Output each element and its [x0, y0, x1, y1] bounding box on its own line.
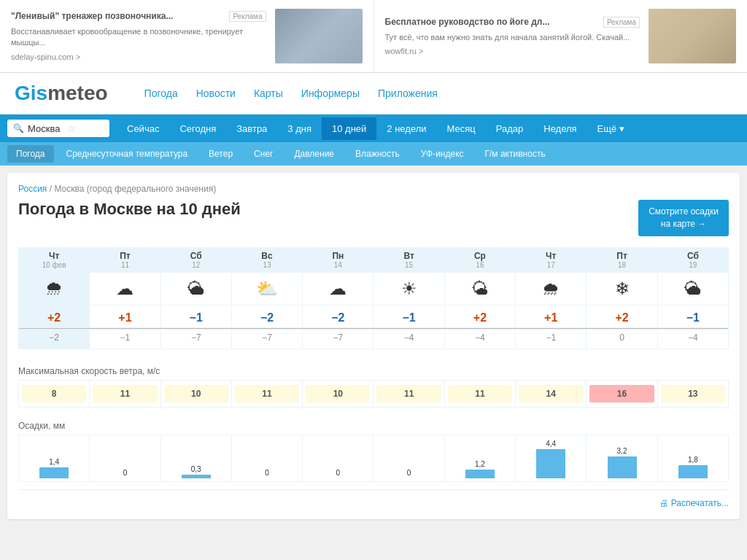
nav-karty[interactable]: Карты — [254, 88, 283, 99]
wind-cell-7: 14 — [516, 380, 587, 407]
nav-prilojeniya[interactable]: Приложения — [378, 88, 438, 99]
search-input[interactable]: Москва — [28, 123, 60, 134]
precip-cell-8: 3,2 — [587, 435, 657, 481]
precip-cell-9: 1,8 — [657, 435, 728, 481]
weather-icon-5: ☀ — [374, 272, 444, 305]
day-header-8: Пт18 — [587, 247, 657, 272]
tab-segodnya[interactable]: Сегодня — [169, 117, 226, 140]
tab-nedelya[interactable]: Неделя — [533, 117, 587, 140]
subtab-veter[interactable]: Ветер — [200, 145, 241, 163]
weather-icon-3: ⛅ — [231, 272, 302, 305]
temp-high-1: +1 — [90, 305, 160, 327]
ad-banner: Реклама "Ленивый" тренажер позвоночника.… — [0, 0, 747, 73]
temp-high-8: +2 — [587, 305, 657, 327]
temp-low-8: 0 — [587, 329, 657, 349]
weather-icon-7: 🌧 — [516, 272, 587, 305]
ad-title-1: "Ленивый" тренажер позвоночника... — [11, 11, 266, 23]
page-title-row: Погода в Москве на 10 дней Смотрите осад… — [18, 200, 729, 236]
wind-cell-5: 11 — [374, 380, 444, 407]
precip-cell-0: 1,4 — [19, 435, 90, 481]
nav-pogoda[interactable]: Погода — [144, 88, 178, 99]
day-header-6: Ср16 — [444, 247, 515, 272]
tab-mesyats[interactable]: Месяц — [437, 117, 486, 140]
temp-low-1: −1 — [90, 329, 160, 349]
ad-thumb-2 — [649, 9, 736, 63]
temp-low-9: −4 — [657, 329, 728, 349]
blue-nav: 🔍 Москва ☆ Сейчас Сегодня Завтра 3 дня 1… — [0, 114, 747, 142]
temp-high-5: −1 — [374, 305, 444, 327]
wind-cell-1: 11 — [90, 380, 160, 407]
temp-high-2: −1 — [160, 305, 231, 327]
precip-label: Осадки, мм — [18, 415, 729, 435]
print-button[interactable]: 🖨 Распечатать... — [659, 498, 729, 508]
temp-high-6: +2 — [444, 305, 515, 327]
temp-low-6: −4 — [444, 329, 515, 349]
search-box[interactable]: 🔍 Москва ☆ — [7, 120, 109, 137]
subtab-avg-temp[interactable]: Среднесуточная температура — [58, 145, 197, 163]
print-row: 🖨 Распечатать... — [18, 489, 729, 508]
day-header-5: Вт15 — [374, 247, 444, 272]
main-nav: Погода Новости Карты Информеры Приложени… — [144, 88, 438, 99]
tab-10-dney[interactable]: 10 дней — [322, 117, 376, 140]
tab-radar[interactable]: Радар — [486, 117, 534, 140]
precip-cell-6: 1,2 — [444, 435, 515, 481]
subtab-uf[interactable]: УФ-индекс — [412, 145, 473, 163]
breadcrumb-russia[interactable]: Россия — [18, 184, 47, 194]
temp-low-3: −7 — [231, 329, 302, 349]
temp-low-5: −4 — [374, 329, 444, 349]
wind-cell-2: 10 — [160, 380, 231, 407]
precip-cell-2: 0,3 — [160, 435, 231, 481]
weather-icon-8: ❄ — [587, 272, 657, 305]
wind-cell-3: 11 — [231, 380, 302, 407]
weather-icon-4: ☁ — [303, 272, 374, 305]
precip-table: 1,4 0 0,3 0 0 0 1,2 — [18, 435, 729, 482]
ad-title-2: Бесплатное руководство по йоге дл... — [385, 17, 640, 28]
temp-high-4: −2 — [303, 305, 374, 327]
precip-cell-4: 0 — [303, 435, 374, 481]
logo[interactable]: Gismeteo — [15, 82, 108, 105]
wind-cell-9: 13 — [657, 380, 728, 407]
wind-cell-0: 8 — [19, 380, 90, 407]
subtab-pogoda[interactable]: Погода — [7, 145, 54, 163]
radar-button[interactable]: Смотрите осадкина карте → — [638, 200, 729, 236]
tab-seychas[interactable]: Сейчас — [117, 117, 169, 140]
ad-desc-1: Восстанавливает кровообращение в позвоно… — [11, 26, 266, 49]
ad-desc-2: Тут всё, что вам нужно знать для начала … — [385, 32, 640, 43]
subtab-vlajnost[interactable]: Влажность — [347, 145, 409, 163]
tab-more[interactable]: Ещё ▾ — [587, 117, 635, 140]
tab-zavtra[interactable]: Завтра — [226, 117, 277, 140]
breadcrumb-moscow: Москва (город федерального значения) — [54, 184, 216, 194]
subtab-davlenie[interactable]: Давление — [285, 145, 343, 163]
weather-icon-6: 🌤 — [444, 272, 515, 305]
wind-label: Максимальная скорость ветра, м/с — [18, 360, 729, 380]
temp-low-2: −7 — [160, 329, 231, 349]
ad-link-1: sdelay-spinu.com > — [11, 52, 266, 61]
subtab-gm[interactable]: Г/м активность — [476, 145, 554, 163]
breadcrumb: Россия / Москва (город федерального знач… — [18, 184, 729, 194]
day-header-2: Сб12 — [160, 247, 231, 272]
favorite-icon[interactable]: ☆ — [67, 122, 77, 134]
time-nav-tabs: Сейчас Сегодня Завтра 3 дня 10 дней 2 не… — [117, 117, 635, 140]
tab-2-nedeli[interactable]: 2 недели — [376, 117, 436, 140]
precip-cell-3: 0 — [231, 435, 302, 481]
ad-label-2: Реклама — [603, 17, 640, 28]
ad-item-1[interactable]: Реклама "Ленивый" тренажер позвоночника.… — [0, 0, 374, 72]
temp-high-0: +2 — [19, 305, 90, 327]
nav-informery[interactable]: Информеры — [301, 88, 360, 99]
ad-item-2[interactable]: Реклама Бесплатное руководство по йоге д… — [374, 0, 748, 72]
wind-cell-8: 16 — [587, 380, 657, 407]
ad-label-1: Реклама — [229, 11, 266, 22]
day-header-0: Чт10 фев — [19, 247, 90, 272]
temp-low-0: −2 — [19, 329, 90, 349]
main-content: Россия / Москва (город федерального знач… — [7, 173, 740, 519]
tab-3-dnya[interactable]: 3 дня — [277, 117, 322, 140]
day-header-7: Чт17 — [516, 247, 587, 272]
wind-table: 8111011101111141613 — [18, 380, 729, 408]
subtab-sneg[interactable]: Снег — [245, 145, 282, 163]
logo-meteo: meteo — [47, 82, 107, 105]
nav-novosti[interactable]: Новости — [196, 88, 236, 99]
page-title: Погода в Москве на 10 дней — [18, 200, 241, 219]
temp-low-7: −1 — [516, 329, 587, 349]
temp-low-4: −7 — [303, 329, 374, 349]
day-header-4: Пн14 — [303, 247, 374, 272]
